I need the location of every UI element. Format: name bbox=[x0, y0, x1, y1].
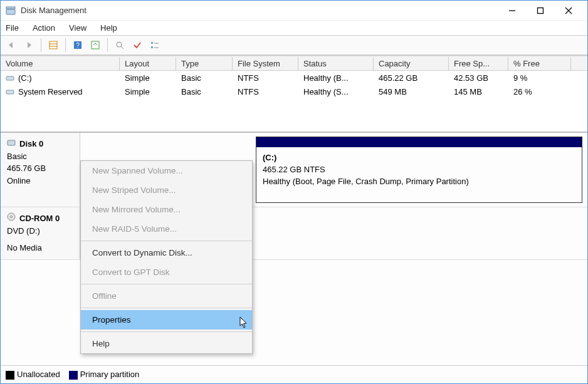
col-pctfree[interactable]: % Free bbox=[508, 57, 571, 70]
svg-rect-20 bbox=[8, 140, 15, 145]
svg-text:?: ? bbox=[76, 42, 80, 49]
titlebar: Disk Management bbox=[1, 1, 587, 21]
ctx-offline[interactable]: Offline bbox=[81, 286, 252, 306]
col-filesystem[interactable]: File System bbox=[233, 57, 298, 70]
menu-action[interactable]: Action bbox=[33, 23, 55, 33]
svg-rect-15 bbox=[151, 46, 153, 48]
volume-table: Volume Layout Type File System Status Ca… bbox=[1, 55, 587, 132]
disk-info: Disk 0 Basic 465.76 GB Online bbox=[1, 133, 80, 207]
disk-icon bbox=[7, 138, 16, 150]
col-volume[interactable]: Volume bbox=[1, 57, 120, 70]
ctx-new-raid5-volume[interactable]: New RAID-5 Volume... bbox=[81, 219, 252, 239]
col-type[interactable]: Type bbox=[176, 57, 233, 70]
drive-icon bbox=[6, 74, 14, 81]
checkmark-icon[interactable] bbox=[130, 38, 144, 52]
ctx-convert-dynamic[interactable]: Convert to Dynamic Disk... bbox=[81, 243, 252, 262]
svg-rect-3 bbox=[537, 8, 543, 13]
partition-c[interactable]: (C:) 465.22 GB NTFS Healthy (Boot, Page … bbox=[256, 137, 582, 203]
partition-header bbox=[256, 137, 582, 147]
svg-point-22 bbox=[11, 216, 13, 218]
svg-rect-6 bbox=[50, 41, 57, 49]
menubar: File Action View Help bbox=[1, 21, 587, 35]
legend: Unallocated Primary partition bbox=[1, 365, 587, 383]
menu-file[interactable]: File bbox=[6, 23, 19, 33]
app-icon bbox=[6, 6, 16, 16]
forward-icon[interactable] bbox=[22, 38, 36, 52]
drive-icon bbox=[6, 88, 14, 95]
col-capacity[interactable]: Capacity bbox=[374, 57, 449, 70]
svg-rect-19 bbox=[6, 90, 14, 94]
col-layout[interactable]: Layout bbox=[120, 57, 176, 70]
menu-view[interactable]: View bbox=[69, 23, 87, 33]
svg-rect-0 bbox=[6, 9, 15, 14]
ctx-separator bbox=[81, 241, 252, 241]
svg-rect-1 bbox=[6, 7, 15, 9]
legend-unallocated: Unallocated bbox=[6, 370, 60, 380]
refresh-icon[interactable] bbox=[88, 38, 102, 52]
svg-rect-18 bbox=[6, 76, 14, 80]
minimize-button[interactable] bbox=[498, 1, 526, 20]
table-row[interactable]: System Reserved Simple Basic NTFS Health… bbox=[1, 85, 587, 98]
ctx-properties[interactable]: Properties bbox=[81, 310, 252, 330]
cd-icon bbox=[7, 212, 16, 225]
svg-point-12 bbox=[117, 42, 122, 47]
ctx-new-spanned-volume[interactable]: New Spanned Volume... bbox=[81, 161, 252, 180]
col-freespace[interactable]: Free Sp... bbox=[449, 57, 508, 70]
svg-line-13 bbox=[121, 46, 123, 49]
table-view-icon[interactable] bbox=[46, 38, 60, 52]
ctx-new-mirrored-volume[interactable]: New Mirrored Volume... bbox=[81, 200, 252, 219]
list-icon[interactable] bbox=[148, 38, 162, 52]
svg-rect-14 bbox=[151, 42, 153, 44]
context-menu: New Spanned Volume... New Striped Volume… bbox=[80, 160, 253, 354]
ctx-convert-gpt[interactable]: Convert to GPT Disk bbox=[81, 262, 252, 282]
ctx-separator bbox=[81, 308, 252, 308]
menu-help[interactable]: Help bbox=[100, 23, 117, 33]
ctx-new-striped-volume[interactable]: New Striped Volume... bbox=[81, 180, 252, 200]
disk-info: CD-ROM 0 DVD (D:) No Media bbox=[1, 207, 80, 259]
back-icon[interactable] bbox=[4, 38, 18, 52]
table-row[interactable]: (C:) Simple Basic NTFS Healthy (B... 465… bbox=[1, 71, 587, 85]
ctx-help[interactable]: Help bbox=[81, 334, 252, 353]
table-header-row: Volume Layout Type File System Status Ca… bbox=[1, 56, 587, 71]
ctx-separator bbox=[81, 331, 252, 332]
search-icon[interactable] bbox=[113, 38, 127, 52]
col-status[interactable]: Status bbox=[298, 57, 374, 70]
svg-rect-11 bbox=[92, 41, 99, 49]
maximize-button[interactable] bbox=[526, 1, 554, 20]
legend-primary-partition: Primary partition bbox=[69, 370, 140, 380]
window-title: Disk Management bbox=[21, 6, 498, 15]
close-button[interactable] bbox=[554, 1, 582, 20]
toolbar: ? bbox=[1, 35, 587, 55]
help-icon[interactable]: ? bbox=[71, 38, 85, 52]
ctx-separator bbox=[81, 284, 252, 284]
